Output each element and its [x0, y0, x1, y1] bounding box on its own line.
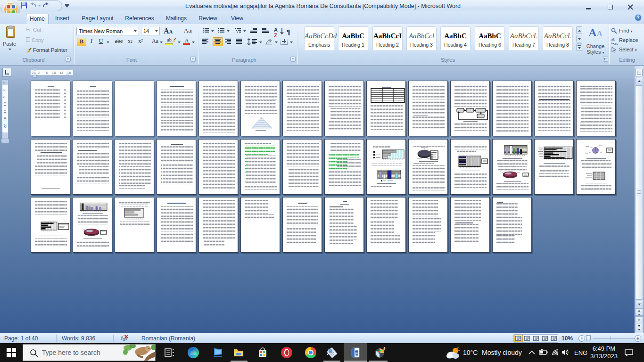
svg-text:W: W — [355, 351, 358, 354]
